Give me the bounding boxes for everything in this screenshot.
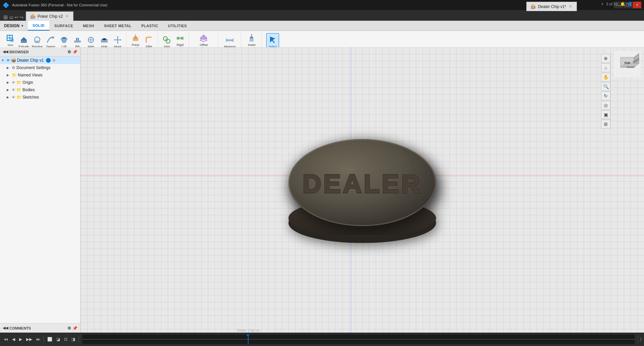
- svg-marker-20: [117, 36, 118, 37]
- tree-item-origin[interactable]: ▶ 👁 📁 Origin: [0, 79, 80, 86]
- tree-label-origin: Origin: [22, 80, 33, 85]
- tab-plastic[interactable]: PLASTIC: [137, 21, 163, 31]
- sketches-visibility-icon[interactable]: 👁: [12, 95, 15, 99]
- tree-label-root: Dealer Chip v1: [17, 58, 44, 63]
- tab-dealer-chip-v1[interactable]: 🎰 Dealer Chip v1* ✕: [526, 2, 577, 11]
- user-icon[interactable]: 👤: [628, 2, 633, 6]
- bodies-visibility-icon[interactable]: 👁: [12, 88, 15, 92]
- tree-arrow-origin: ▶: [7, 81, 11, 84]
- comments-pin-icon[interactable]: 📌: [72, 326, 77, 331]
- svg-marker-25: [133, 36, 138, 38]
- display-settings-button[interactable]: ▣: [601, 110, 610, 119]
- add-tab-icon[interactable]: +: [601, 2, 603, 6]
- timeline-track: [82, 339, 635, 340]
- undo-button[interactable]: ↩: [15, 15, 18, 20]
- app-grid-icon[interactable]: ⊞: [3, 14, 8, 20]
- design-label: DESIGN: [4, 23, 19, 28]
- page-info: 3 of 10: [606, 2, 618, 6]
- comments-title: COMMENTS: [9, 326, 31, 330]
- origin-visibility-icon[interactable]: 👁: [12, 80, 15, 84]
- grid-settings-button[interactable]: ⊞: [601, 120, 610, 128]
- tab-sheet-metal[interactable]: SHEET METAL: [99, 21, 137, 31]
- redo-button[interactable]: ↪: [20, 15, 23, 20]
- fit-view-button[interactable]: ⊕: [601, 54, 610, 63]
- toolbar: DESIGN ▼ SOLID SURFACE MESH SHEET METAL …: [0, 21, 644, 31]
- root-visibility-icon[interactable]: 👁: [6, 58, 10, 62]
- tree-label-doc-settings: Document Settings: [16, 65, 50, 70]
- tree-item-sketches[interactable]: ▶ 👁 📁 Sketches: [0, 94, 80, 101]
- browser-pin-icon[interactable]: 📌: [72, 50, 77, 54]
- sketches-icon: 📁: [16, 95, 21, 100]
- last-frame-button[interactable]: ⏭: [35, 336, 42, 342]
- svg-text:TOP: TOP: [624, 61, 630, 65]
- svg-marker-22: [114, 39, 115, 41]
- timeline[interactable]: Dealer Chip vis: [82, 335, 635, 344]
- view-mode-1[interactable]: ⬜: [46, 336, 54, 342]
- tree-arrow-doc: ▶: [7, 66, 11, 69]
- separator-2: [78, 336, 79, 343]
- separator-1: [44, 336, 44, 343]
- comments-collapse-icon[interactable]: ◀◀: [3, 326, 8, 330]
- prev-frame-button[interactable]: ◀: [11, 336, 16, 342]
- tree-arrow-bodies: ▶: [7, 88, 11, 92]
- notification-icon[interactable]: 🔔: [620, 2, 625, 6]
- timeline-marker-head: [247, 335, 249, 337]
- timeline-marker[interactable]: [248, 335, 249, 344]
- tab-utilities[interactable]: UTILITIES: [163, 21, 192, 31]
- svg-rect-24: [133, 38, 138, 41]
- next-frame-button[interactable]: ▶▶: [25, 336, 34, 342]
- tab-surface[interactable]: SURFACE: [50, 21, 78, 31]
- left-panel: ◀◀ BROWSER ⚙ 📌 ▼ 👁 📦 Dealer Chip v1 ⚙ ▶ …: [0, 47, 80, 333]
- tree-label-named-views: Named Views: [18, 73, 43, 77]
- tab-mesh[interactable]: MESH: [78, 21, 99, 31]
- timeline-position: |: [640, 337, 641, 341]
- tree-item-bodies[interactable]: ▶ 👁 📁 Bodies: [0, 86, 80, 94]
- pan-button[interactable]: ✋: [601, 73, 610, 81]
- tab-close-poker-chip[interactable]: ✕: [65, 14, 69, 18]
- svg-marker-34: [200, 35, 207, 40]
- tree-arrow-named-views: ▶: [7, 73, 11, 77]
- right-nav-panel: ⊕ ⌂ ✋ 🔍 ↻ ◎ ▣ ⊞: [601, 54, 610, 128]
- svg-rect-40: [250, 38, 254, 42]
- svg-rect-31: [181, 37, 183, 40]
- svg-marker-5: [21, 37, 26, 40]
- browser-header: ◀◀ BROWSER ⚙ 📌: [0, 47, 80, 57]
- tree-item-named-views[interactable]: ▶ 📁 Named Views: [0, 71, 80, 79]
- tab-poker-chip-v2[interactable]: 🎰 Poker Chip v2 ✕: [26, 11, 73, 21]
- named-views-icon: 📁: [12, 73, 17, 77]
- root-settings-icon[interactable]: ⚙: [52, 58, 56, 63]
- tab-close-dealer-chip[interactable]: ✕: [568, 4, 573, 9]
- svg-rect-10: [74, 41, 81, 43]
- home-view-button[interactable]: ⌂: [601, 63, 610, 72]
- file-menu[interactable]: 🗂: [9, 15, 13, 20]
- axis-cube-svg: TOP RIGHT FRONT: [614, 51, 641, 77]
- svg-marker-21: [117, 43, 118, 44]
- orbit-button[interactable]: ↻: [601, 92, 610, 100]
- view-mode-4[interactable]: ◨: [70, 336, 76, 342]
- view-mode-2[interactable]: ◪: [55, 336, 61, 342]
- viewport[interactable]: DEALER DEALER DEALER TOP RIGHT FRONT ⊕ ⌂…: [80, 47, 644, 333]
- question-icon[interactable]: ❓: [636, 2, 641, 6]
- tree-item-root[interactable]: ▼ 👁 📦 Dealer Chip v1 ⚙: [0, 57, 80, 64]
- tab-solid[interactable]: SOLID: [28, 21, 50, 31]
- doc-settings-icon: ⚙: [12, 65, 15, 70]
- svg-point-6: [35, 41, 40, 43]
- svg-text:FRONT: FRONT: [627, 66, 635, 68]
- toolbar-tabs: SOLID SURFACE MESH SHEET METAL PLASTIC U…: [28, 21, 192, 31]
- design-dropdown[interactable]: DESIGN ▼: [0, 21, 28, 31]
- svg-rect-9: [62, 37, 66, 39]
- design-arrow: ▼: [21, 24, 24, 27]
- browser-settings-icon[interactable]: ⚙: [67, 50, 71, 54]
- first-frame-button[interactable]: ⏮: [3, 336, 9, 342]
- tab-label-dealer-chip: Dealer Chip v1*: [538, 4, 566, 9]
- tree-label-bodies: Bodies: [22, 88, 35, 92]
- zoom-button[interactable]: 🔍: [601, 82, 610, 91]
- tree-item-doc-settings[interactable]: ▶ ⚙ Document Settings: [0, 64, 80, 71]
- look-at-button[interactable]: ◎: [601, 101, 610, 110]
- svg-marker-8: [61, 39, 67, 43]
- comments-settings-icon[interactable]: ⚙: [67, 326, 71, 331]
- browser-collapse-icon[interactable]: ◀◀: [3, 50, 8, 54]
- play-button[interactable]: ▶: [18, 336, 23, 342]
- separator-3: [638, 336, 638, 343]
- view-mode-3[interactable]: ⊡: [63, 336, 69, 342]
